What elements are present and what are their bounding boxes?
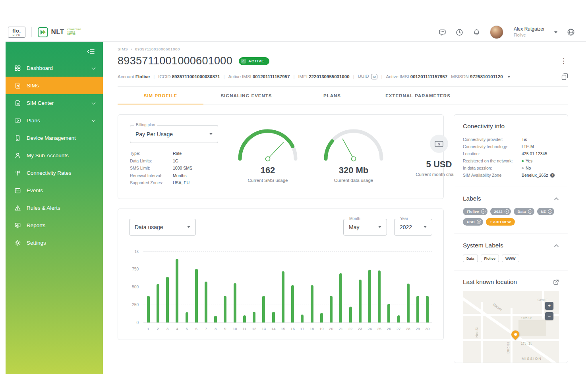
sidebar-item-rules-alerts[interactable]: Rules & Alerts <box>6 199 103 216</box>
open-external-link-icon[interactable] <box>553 279 559 285</box>
sidebar-collapse-button[interactable] <box>6 45 103 59</box>
tab-external-parameters[interactable]: EXTERNAL PARAMETERS <box>375 87 461 104</box>
notifications-bell-icon[interactable] <box>473 29 480 36</box>
tab-sim-profile[interactable]: SIM PROFILE <box>118 87 203 104</box>
sidebar-item-device-management[interactable]: Device Management <box>6 129 103 147</box>
tab-bar: SIM PROFILE SIGNALING EVENTS PLANS EXTER… <box>118 87 568 104</box>
bar-slot <box>317 251 326 322</box>
connectivity-row: Location: 425 01 12345 <box>463 150 559 157</box>
screenshot-canvas: flo. LIVE NLT CONNECTING THINGS BETTER <box>0 0 588 392</box>
location-map[interactable]: Market Cent F 14th St 17th St Noe St Dol… <box>463 291 559 363</box>
bar <box>195 269 198 322</box>
user-menu-chevron-down-icon[interactable] <box>554 31 557 33</box>
system-label-chips: Data Flolive WWW <box>463 255 559 262</box>
meta-imei: IMEI 2220130955031000 <box>298 74 349 79</box>
map-street-label: Dolores <box>506 342 510 353</box>
chevron-down-icon <box>92 118 96 122</box>
dashboard-icon <box>14 65 21 71</box>
chevron-down-icon <box>187 226 190 228</box>
x-axis-label: 9 <box>220 326 230 331</box>
month-select[interactable]: Month May <box>343 219 387 236</box>
language-globe-icon[interactable] <box>567 28 575 36</box>
chart-plot-area: 1k 750 500 250 0 <box>143 251 432 323</box>
chevron-down-icon <box>209 133 213 135</box>
sidebar-item-my-sub-accounts[interactable]: My Sub-Accounts <box>6 147 103 164</box>
sidebar-item-label: SIM Center <box>27 100 54 106</box>
user-org: Flolive <box>514 32 545 38</box>
system-label-chip: Flolive <box>481 255 499 262</box>
collapse-chevron-up-icon[interactable] <box>554 244 559 247</box>
x-axis-label: 16 <box>288 326 298 331</box>
month-value: May <box>349 224 359 230</box>
x-axis-label: 6 <box>191 326 201 331</box>
sidebar-item-events[interactable]: Events <box>6 182 103 199</box>
sim-icon <box>14 82 21 89</box>
right-info-panel: Conectivity info Connectivity provider: … <box>454 114 568 363</box>
labels-section: Labels Flolive✕ 2022✕ Data✕ NZ✕ USD✕ + A… <box>454 187 568 234</box>
map-street-label: Noe St <box>475 327 479 338</box>
tab-plans[interactable]: PLANS <box>289 87 375 104</box>
collapse-chevron-up-icon[interactable] <box>554 197 559 201</box>
sidebar-item-settings[interactable]: Settings <box>6 234 103 251</box>
sidebar-item-sims[interactable]: SIMs <box>6 77 103 94</box>
bar-slot <box>220 251 230 322</box>
messages-icon[interactable] <box>439 29 446 36</box>
reports-icon <box>14 222 21 229</box>
add-new-label-button[interactable]: + ADD NEW <box>486 218 515 226</box>
avatar[interactable] <box>490 25 503 39</box>
billing-detail-row: Type:Rate <box>130 150 218 157</box>
remove-label-icon[interactable]: ✕ <box>528 209 532 214</box>
remove-label-icon[interactable]: ✕ <box>477 220 481 224</box>
remove-label-icon[interactable]: ✕ <box>548 209 552 214</box>
connectivity-row: Connectivity provider: Tis <box>463 136 559 143</box>
connectivity-rates-icon <box>14 170 21 176</box>
labels-title: Labels <box>463 195 481 202</box>
label-chip: Flolive✕ <box>463 208 487 215</box>
status-dot-gray <box>522 167 524 169</box>
x-axis-label: 8 <box>211 326 220 331</box>
user-menu[interactable]: Alex Rutgaizer Flolive <box>514 26 545 38</box>
bar <box>397 315 400 322</box>
bar <box>234 283 236 322</box>
x-axis-label: 19 <box>317 326 326 331</box>
sidebar-item-plans[interactable]: Plans <box>6 112 103 129</box>
map-zoom-in-button[interactable]: + <box>545 302 553 310</box>
chevron-down-icon <box>424 226 427 228</box>
info-icon[interactable]: i <box>550 173 555 178</box>
msisdn-chevron-down-icon[interactable] <box>507 76 511 78</box>
sidebar-item-reports[interactable]: Reports <box>6 216 103 234</box>
tab-signaling-events[interactable]: SIGNALING EVENTS <box>203 87 289 104</box>
remove-label-icon[interactable]: ✕ <box>481 209 485 214</box>
more-options-kebab-icon[interactable]: ⋮ <box>559 57 568 65</box>
uuid-id-icon[interactable]: ID <box>371 74 378 79</box>
year-select[interactable]: Year 2022 <box>394 219 432 236</box>
connectivity-row: In data session: No <box>463 164 559 172</box>
chart-metric-select[interactable]: Data usage <box>129 219 196 236</box>
bar-slot <box>250 251 259 322</box>
sim-swap-icon[interactable] <box>561 73 568 80</box>
x-axis-label: 24 <box>365 326 374 331</box>
status-badge: ✓ ACTIVE <box>239 57 269 65</box>
x-axis-label: 23 <box>355 326 365 331</box>
chart-metric-value: Data usage <box>135 224 163 230</box>
sidebar-item-dashboard[interactable]: Dashboard <box>6 59 103 77</box>
sidebar-item-sim-center[interactable]: SIM Center <box>6 94 103 112</box>
bar-slot <box>278 251 288 322</box>
last-location-section: Last known location <box>454 270 568 363</box>
billing-plan-select[interactable]: Billing plan Pay Per Usage <box>130 125 218 143</box>
system-label-chip: WWW <box>502 255 519 262</box>
sidebar-item-connectivity-rates[interactable]: Connectivity Rates <box>6 164 103 182</box>
chevron-down-icon <box>92 100 96 104</box>
bar <box>320 313 323 322</box>
map-zoom-out-button[interactable]: − <box>545 312 553 320</box>
remove-label-icon[interactable]: ✕ <box>505 209 509 214</box>
history-clock-icon[interactable] <box>456 29 463 36</box>
sms-usage-gauge: 162 Current SMS usage <box>232 125 304 187</box>
breadcrumb-root[interactable]: SIMS <box>118 47 128 51</box>
bar <box>416 296 419 322</box>
bar <box>224 296 226 322</box>
year-value: 2022 <box>400 224 412 230</box>
bar <box>301 315 304 322</box>
breadcrumb-current: 8935711001000601000 <box>135 47 180 51</box>
meta-msisdn: MSISDN 9725810101120 <box>451 74 503 79</box>
